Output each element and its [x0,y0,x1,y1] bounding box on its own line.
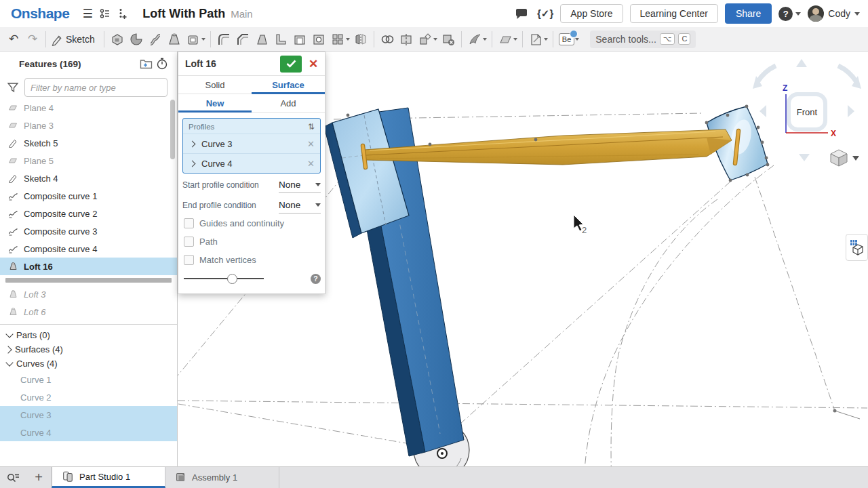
feature-item-loft3[interactable]: Loft 3 [0,285,177,303]
checkbox[interactable] [184,218,194,228]
rotate-ccw-arrow[interactable] [757,66,776,82]
app-store-button[interactable]: App Store [560,4,623,23]
fillet-surface-button[interactable] [465,30,484,49]
display-states-flyout-button[interactable] [846,234,868,261]
user-name[interactable]: Cody [828,8,850,19]
chevron-down-icon[interactable] [346,38,350,41]
feature-item-composite-curve4[interactable]: Composite curve 4 [0,240,177,258]
rotate-down-arrow[interactable] [799,154,810,161]
feature-item-plane4[interactable]: Plane 4 [0,99,177,117]
named-views-button[interactable] [526,30,545,49]
feature-item-sketch5[interactable]: Sketch 5 [0,134,177,152]
match-vertices-checkbox-row[interactable]: Match vertices [182,251,321,269]
shell-button[interactable] [290,30,309,49]
plane-button[interactable] [496,30,515,49]
slider-handle[interactable] [227,274,237,284]
hole-button[interactable] [309,30,328,49]
main-menu-icon[interactable]: ☰ [79,5,96,22]
filter-funnel-icon[interactable] [7,82,19,93]
branch-plus-icon[interactable] [114,5,132,22]
chevron-right-icon[interactable] [189,140,196,147]
chevron-right-icon[interactable] [189,160,196,167]
sweep-button[interactable] [146,30,165,49]
rotate-left-arrow[interactable] [760,105,766,117]
comment-icon[interactable] [513,5,530,22]
avatar[interactable] [808,5,824,22]
rib-button[interactable] [271,30,290,49]
reorder-icon[interactable]: ⇅ [308,122,315,131]
rollback-bar[interactable] [0,275,177,285]
help-icon[interactable]: ? [778,7,793,21]
versions-icon[interactable] [96,5,114,22]
chevron-down-icon[interactable] [201,38,205,41]
chamfer-button[interactable] [233,30,252,49]
user-menu[interactable]: Cody [808,5,860,22]
help-menu[interactable]: ? [778,5,801,22]
chevron-down-icon[interactable] [513,38,517,41]
checkbox[interactable] [184,237,194,247]
filter-input[interactable] [24,78,167,97]
end-condition-select[interactable]: None [279,198,321,214]
extrude-button[interactable] [108,30,127,49]
rotate-up-arrow[interactable] [796,59,807,67]
tab-new[interactable]: New [178,94,252,112]
undo-button[interactable]: ↶ [4,30,23,49]
origin-marker[interactable] [437,449,447,458]
revolve-button[interactable] [127,30,146,49]
feature-item-sketch4[interactable]: Sketch 4 [0,169,177,187]
mirror-button[interactable] [351,30,370,49]
rotate-right-arrow[interactable] [848,105,854,117]
loft-button[interactable] [165,30,184,49]
view-cube[interactable]: Front Z X [753,59,861,166]
feature-item-plane3[interactable]: Plane 3 [0,117,177,134]
guides-checkbox-row[interactable]: Guides and continuity [182,214,321,232]
path-checkbox-row[interactable]: Path [182,232,321,251]
feature-scripts-icon[interactable]: {✓} [537,7,553,20]
profile-row-curve4[interactable]: Curve 4 ✕ [183,153,320,173]
chevron-down-icon[interactable] [433,38,437,41]
manage-tabs-button[interactable] [0,467,26,488]
chevron-down-icon[interactable] [544,38,548,41]
regeneration-time-icon[interactable] [154,56,170,72]
curve-item-3[interactable]: Curve 3 [0,406,177,424]
remove-icon[interactable]: ✕ [307,139,315,149]
start-condition-select[interactable]: None [279,178,321,193]
feature-item-composite-curve2[interactable]: Composite curve 2 [0,205,177,222]
transform-button[interactable] [416,30,435,49]
draft-button[interactable] [252,30,271,49]
feature-item-loft16[interactable]: Loft 16 [0,258,177,275]
tab-assembly-1[interactable]: Assembly 1 [165,467,279,488]
curve-item-1[interactable]: Curve 1 [0,371,177,388]
help-icon[interactable]: ? [311,274,321,284]
add-folder-icon[interactable] [138,56,154,72]
rotate-cw-arrow[interactable] [838,66,856,82]
tab-solid[interactable]: Solid [178,76,252,94]
split-button[interactable] [397,30,416,49]
loft-preview-surface[interactable] [364,129,732,165]
onshape-logo[interactable]: Onshape [11,5,69,22]
profile-row-curve3[interactable]: Curve 3 ✕ [183,134,320,153]
slider-track[interactable] [184,278,264,279]
chevron-down-icon[interactable] [483,38,487,41]
curve-item-2[interactable]: Curve 2 [0,388,177,406]
share-button[interactable]: Share [725,3,772,24]
tab-add[interactable]: Add [252,94,325,112]
remove-icon[interactable]: ✕ [307,159,315,169]
scrollbar-thumb[interactable] [170,100,175,159]
cancel-button[interactable]: ✕ [306,56,321,73]
feature-item-composite-curve1[interactable]: Composite curve 1 [0,187,177,205]
tab-surface[interactable]: Surface [252,76,325,94]
view-cube-menu[interactable] [831,150,859,166]
delete-part-button[interactable] [439,30,458,49]
feature-item-plane5[interactable]: Plane 5 [0,152,177,169]
thicken-button[interactable] [184,30,203,49]
linear-pattern-button[interactable] [328,30,347,49]
learning-center-button[interactable]: Learning Center [630,4,718,23]
sketch-button[interactable]: Sketch [50,30,100,49]
chevron-down-icon[interactable] [852,156,859,161]
search-tools-button[interactable]: Search tools... ⌥ C [590,30,696,48]
fillet-button[interactable] [214,30,233,49]
section-curves[interactable]: Curves (4) [0,357,177,371]
view-cube-label[interactable]: Front [797,107,818,117]
confirm-button[interactable] [280,56,302,73]
